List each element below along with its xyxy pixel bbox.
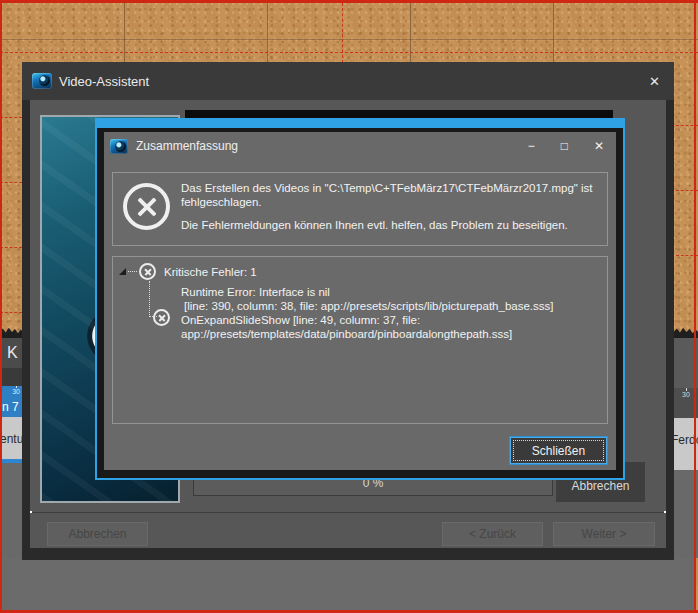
error-message-primary: Das Erstellen des Videos in "C:\Temp\C+T… — [181, 181, 605, 209]
error-line: Runtime Error: Interface is nil — [181, 285, 601, 299]
error-icon — [123, 183, 170, 230]
grid-dash-mark — [0, 247, 22, 248]
tree-expander-icon[interactable] — [119, 268, 126, 275]
camera-lens-icon — [39, 75, 50, 86]
torn-edge — [0, 326, 23, 338]
circle-x-icon — [139, 263, 156, 280]
timeline-tick-label: 30 — [682, 391, 690, 398]
error-message: Das Erstellen des Videos in "C:\Temp\C+T… — [181, 181, 605, 232]
dialog-body: Zusammenfassung − □ ✕ Das Erstellen des … — [104, 132, 616, 470]
cancel-button[interactable]: Abbrechen — [47, 522, 148, 546]
background-panel-bottom — [2, 558, 694, 610]
back-button[interactable]: < Zurück — [442, 522, 543, 546]
close-icon[interactable]: ✕ — [594, 140, 604, 152]
app-icon — [32, 73, 52, 89]
selection-marquee-left — [0, 3, 2, 610]
error-detail-node[interactable]: Runtime Error: Interface is nil [line: 3… — [181, 285, 601, 341]
error-line: OnExpandSlideShow [line: 49, column: 37,… — [181, 313, 601, 327]
critical-errors-label: Kritische Fehler: 1 — [164, 266, 257, 278]
screenshot-root: K 30 n 7 entu 30 Ferdc Video-Assistent ✕ — [0, 0, 698, 613]
window-titlebar: Video-Assistent ✕ — [22, 62, 674, 100]
minimize-icon[interactable]: − — [528, 140, 535, 152]
error-line: app://presets/templates/data/pinboard/pi… — [181, 327, 601, 341]
next-button[interactable]: Weiter > — [553, 522, 655, 546]
tree-dotted-connector — [128, 271, 137, 272]
calendar-day-label: n 7 — [2, 400, 19, 414]
selection-marquee-right — [694, 3, 696, 610]
error-line: [line: 390, column: 38, file: app://pres… — [181, 299, 601, 313]
camera-lens-icon — [115, 141, 126, 152]
fragment-filler — [0, 463, 23, 558]
grid-dashed-vline — [342, 3, 343, 63]
grid-dash-mark — [0, 117, 22, 118]
grid-lines — [0, 3, 698, 63]
fragment-gap — [0, 368, 23, 386]
footer-separator — [30, 512, 666, 513]
grid-dash-mark — [0, 182, 22, 183]
background-app-fragment-left: K 30 n 7 entu — [0, 326, 23, 558]
window-title: Video-Assistent — [59, 74, 149, 89]
dialog-title: Zusammenfassung — [136, 139, 238, 153]
calendar-chip: 30 n 7 — [0, 386, 23, 417]
clip-letter: K — [7, 344, 18, 361]
dialog-titlebar: Zusammenfassung − □ ✕ — [104, 132, 616, 160]
grid-dash-mark — [0, 312, 22, 313]
error-message-panel: Das Erstellen des Videos in "C:\Temp\C+T… — [112, 172, 608, 246]
selection-marquee-top — [0, 0, 698, 3]
error-tree-panel: Kritische Fehler: 1 Runtime Error: Inter… — [112, 256, 608, 424]
timeline-tick-label: 30 — [12, 388, 20, 395]
grid-dashed-hline — [0, 52, 698, 53]
circle-x-icon — [153, 309, 170, 326]
close-icon[interactable]: ✕ — [649, 74, 660, 89]
error-message-secondary: Die Fehlermeldungen können Ihnen evtl. h… — [181, 218, 605, 232]
critical-errors-node[interactable]: Kritische Fehler: 1 — [119, 263, 257, 280]
dialog-icon — [110, 139, 128, 154]
maximize-icon[interactable]: □ — [561, 140, 568, 152]
title-chip-left: entu — [0, 417, 23, 463]
summary-dialog: Zusammenfassung − □ ✕ Das Erstellen des … — [95, 118, 625, 480]
close-dialog-button[interactable]: Schließen — [510, 437, 607, 464]
clip-label-chip: K — [0, 338, 23, 368]
